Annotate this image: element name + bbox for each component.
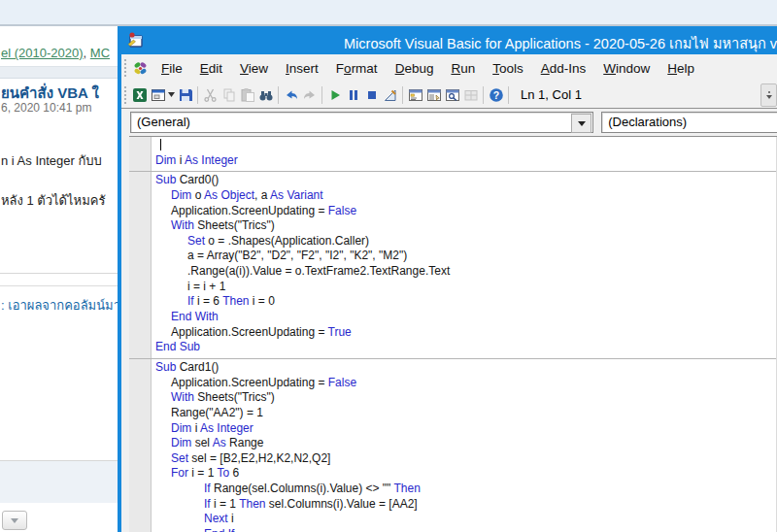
code-line[interactable]: Application.ScreenUpdating = True (152, 325, 776, 341)
code-line[interactable]: With Sheets("Trics") (152, 218, 776, 234)
forum-link-excel-versions[interactable]: el (2010-2020) (1, 46, 84, 60)
code-line[interactable]: End If (152, 527, 776, 532)
code-line[interactable]: .Range(a(i)).Value = o.TextFrame2.TextRa… (152, 264, 776, 280)
window-title: Microsoft Visual Basic for Applications … (344, 32, 777, 54)
insert-userform-icon[interactable] (150, 86, 166, 104)
code-line[interactable]: For i = 1 To 6 (152, 466, 776, 482)
menu-items: FileEditViewInsertFormatDebugRunToolsAdd… (152, 57, 703, 80)
menu-addins[interactable]: Add-Ins (532, 57, 595, 80)
chevron-down-icon (766, 95, 772, 99)
menu-bar: FileEditViewInsertFormatDebugRunToolsAdd… (121, 54, 777, 82)
toolbox-icon (462, 86, 479, 104)
forum-breadcrumb: el (2010-2020), MC (1, 46, 110, 60)
code-line[interactable]: Set o = .Shapes(Application.Caller) (152, 234, 776, 249)
save-icon[interactable] (177, 86, 193, 104)
text-cursor (160, 139, 161, 150)
procedure-combobox-value: (Declarations) (608, 115, 687, 129)
object-browser-icon[interactable] (444, 86, 460, 104)
code-line[interactable]: If i = 1 Then sel.Columns(i).Value = [AA… (152, 497, 776, 513)
code-line[interactable]: Range("AA2") = 1 (152, 406, 776, 421)
menu-insert[interactable]: Insert (277, 57, 327, 80)
reset-icon[interactable] (363, 86, 380, 104)
code-line[interactable]: End With (152, 310, 776, 325)
dot (768, 91, 770, 93)
page-footer-band (0, 461, 118, 503)
insert-object-dropdown-arrow-icon[interactable] (167, 86, 176, 104)
cut-icon (202, 86, 219, 104)
code-line[interactable]: Set sel = [B2,E2,H2,K2,N2,Q2] (152, 451, 776, 467)
code-line[interactable]: a = Array("B2", "D2", "F2", "I2", "K2", … (152, 249, 776, 264)
code-line[interactable] (152, 138, 776, 153)
jump-to-dropdown-button[interactable] (2, 511, 27, 530)
chevron-down-icon (578, 121, 586, 126)
code-line[interactable]: Dim o As Object, a As Variant (152, 188, 776, 204)
screen: el (2010-2020), MC ยนคำสั่ง VBA ใ 6, 202… (0, 0, 777, 532)
code-window[interactable]: Dim i As IntegerSub Card0()Dim o As Obje… (129, 136, 777, 532)
code-line[interactable]: With Sheets("Trics") (152, 390, 776, 406)
find-icon[interactable] (257, 86, 274, 104)
toolbar-separator (483, 86, 484, 104)
code-line[interactable]: Dim i As Integer (152, 153, 776, 169)
toolbar-separator (321, 86, 322, 104)
menu-debug[interactable]: Debug (387, 57, 443, 80)
properties-window-icon[interactable] (425, 86, 442, 104)
code-content[interactable]: Dim i As IntegerSub Card0()Dim o As Obje… (152, 138, 776, 532)
code-line[interactable]: Dim i As Integer (152, 421, 776, 437)
code-line[interactable]: Application.ScreenUpdating = False (152, 376, 776, 391)
chevron-down-icon (11, 518, 18, 523)
code-line[interactable]: Dim sel As Range (152, 436, 776, 451)
margin-indicator-bar[interactable] (129, 137, 152, 532)
link-separator: , (84, 46, 90, 60)
menu-file[interactable]: File (152, 57, 191, 80)
post-body-line-1: n i As Integer กับบ (1, 150, 102, 171)
menu-edit[interactable]: Edit (191, 57, 231, 80)
object-combobox-value: (General) (137, 115, 190, 129)
code-line[interactable]: Next i (152, 512, 776, 527)
break-icon[interactable] (345, 86, 361, 104)
menu-tools[interactable]: Tools (484, 57, 532, 80)
paste-icon (239, 86, 255, 104)
toolbar-separator (508, 86, 509, 104)
menu-run[interactable]: Run (442, 57, 484, 80)
toolbar-options-button[interactable] (760, 83, 777, 107)
reply-subject-link[interactable]: : เอาผลจากคอลัมน์มา (1, 295, 120, 316)
menu-window[interactable]: Window (594, 57, 659, 80)
code-line[interactable]: If Range(sel.Columns(i).Value) <> "" The… (152, 482, 776, 497)
object-combobox[interactable]: (General) (130, 112, 593, 133)
procedure-separator (129, 168, 776, 172)
code-line[interactable]: If i = 6 Then i = 0 (152, 294, 776, 310)
view-excel-icon[interactable] (131, 86, 148, 104)
procedure-separator (129, 355, 776, 359)
post-body-line-2: หลัง 1 ตัวได้ไหมครั (1, 190, 105, 211)
code-line[interactable]: Application.ScreenUpdating = False (152, 204, 776, 219)
menu-format[interactable]: Format (327, 57, 387, 80)
code-line[interactable]: Sub Card1() (152, 360, 776, 376)
vba-flower-icon (132, 60, 149, 77)
vba-editor-window: Microsoft Visual Basic for Applications … (118, 26, 777, 532)
code-line[interactable]: End Sub (152, 340, 776, 355)
project-explorer-icon[interactable] (407, 86, 423, 104)
redo-icon (301, 86, 318, 104)
run-icon[interactable] (326, 86, 343, 104)
post-divider (0, 285, 118, 286)
browser-chrome-band (0, 0, 777, 26)
undo-icon[interactable] (283, 86, 299, 104)
toolbar-grip[interactable] (123, 58, 127, 78)
vba-app-icon (126, 31, 144, 49)
design-mode-icon[interactable] (382, 86, 398, 104)
titlebar[interactable]: Microsoft Visual Basic for Applications … (121, 26, 777, 54)
svg-text:?: ? (492, 88, 498, 100)
forum-link-mc[interactable]: MC (90, 46, 110, 60)
standard-toolbar: ? Ln 1, Col 1 (121, 82, 777, 109)
procedure-combobox[interactable]: (Declarations) (601, 112, 777, 133)
toolbar-separator (402, 86, 403, 104)
help-icon[interactable]: ? (488, 86, 504, 104)
code-line[interactable]: i = i + 1 (152, 280, 776, 295)
code-line[interactable]: Sub Card0() (152, 173, 776, 188)
toolbar-icons: ? (130, 86, 512, 104)
toolbar-grip[interactable] (123, 85, 127, 105)
object-combobox-dropdown-button[interactable] (571, 114, 591, 133)
menu-help[interactable]: Help (659, 57, 703, 80)
code-pane-header: (General) (Declarations) (121, 109, 777, 136)
menu-view[interactable]: View (231, 57, 277, 80)
